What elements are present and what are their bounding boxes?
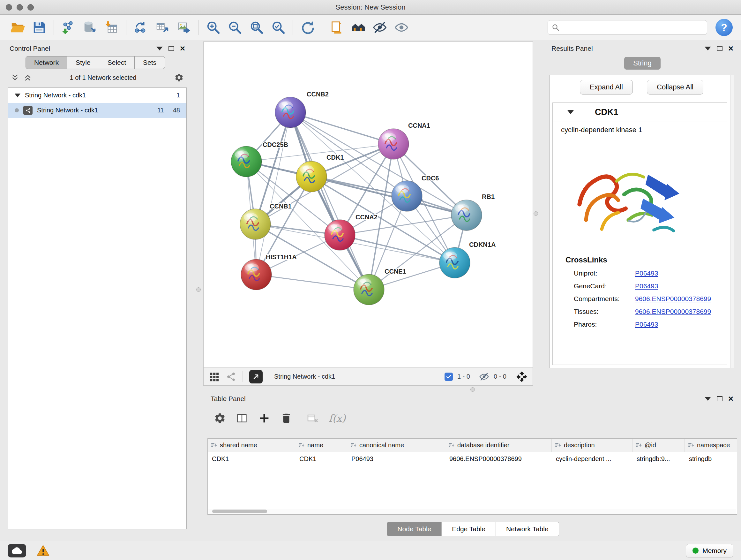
network-node-CDC25B[interactable] bbox=[231, 146, 262, 177]
network-node-CDKN1A[interactable] bbox=[440, 247, 470, 278]
hide-selected-button[interactable] bbox=[370, 17, 389, 37]
help-button[interactable]: ? bbox=[716, 19, 733, 36]
apply-layout-button[interactable] bbox=[298, 17, 317, 37]
table-cell[interactable]: stringdb bbox=[685, 452, 737, 465]
float-panel-button[interactable] bbox=[169, 46, 174, 51]
add-column-icon[interactable] bbox=[258, 412, 271, 425]
network-node-CDK1[interactable] bbox=[296, 161, 327, 192]
column-header-shared-name[interactable]: shared name bbox=[208, 439, 295, 452]
results-scrollbar[interactable] bbox=[730, 75, 734, 368]
network-node-CCNA2[interactable] bbox=[325, 220, 355, 250]
network-row[interactable]: String Network - cdk1 11 48 bbox=[8, 103, 186, 118]
function-builder-button[interactable]: f(x) bbox=[329, 413, 346, 424]
show-columns-icon[interactable] bbox=[235, 412, 248, 425]
zoom-fit-button[interactable] bbox=[247, 17, 266, 37]
close-panel-button[interactable]: × bbox=[728, 44, 733, 53]
import-network-database-button[interactable] bbox=[81, 17, 99, 37]
column-header-canonical-name[interactable]: canonical name bbox=[347, 439, 445, 452]
import-network-file-button[interactable] bbox=[59, 17, 77, 37]
network-node-RB1[interactable] bbox=[451, 200, 482, 231]
collection-expander-icon[interactable] bbox=[15, 94, 20, 98]
float-panel-button[interactable] bbox=[717, 46, 723, 51]
export-image-button[interactable] bbox=[175, 17, 193, 37]
splitter-handle[interactable] bbox=[534, 211, 538, 216]
tab-node-table[interactable]: Node Table bbox=[387, 522, 442, 536]
first-neighbors-button[interactable] bbox=[349, 17, 367, 37]
birdseye-view-icon[interactable] bbox=[226, 372, 236, 382]
tab-select[interactable]: Select bbox=[99, 56, 135, 69]
column-header-name[interactable]: name bbox=[295, 439, 347, 452]
table-cell[interactable]: CDK1 bbox=[295, 452, 347, 465]
table-cell[interactable]: CDK1 bbox=[208, 452, 295, 465]
warning-icon[interactable] bbox=[37, 544, 50, 557]
zoom-window-button[interactable] bbox=[27, 4, 34, 10]
crosslink-value-link[interactable]: 9606.ENSP00000378699 bbox=[635, 295, 711, 303]
export-view-button[interactable] bbox=[249, 370, 263, 383]
search-box[interactable] bbox=[548, 20, 707, 35]
table-cell[interactable]: cyclin-dependent ... bbox=[552, 452, 632, 465]
zoom-out-button[interactable] bbox=[226, 17, 244, 37]
network-view[interactable]: CCNB2CCNA1CDC25BCDK1CDC6RB1CCNB1CCNA2CDK… bbox=[203, 42, 533, 386]
grid-view-icon[interactable] bbox=[209, 371, 219, 382]
splitter-handle[interactable] bbox=[470, 387, 475, 392]
document-button[interactable] bbox=[327, 17, 346, 37]
network-collection-row[interactable]: String Network - cdk1 1 bbox=[8, 88, 186, 103]
table-cell[interactable]: P06493 bbox=[347, 452, 445, 465]
minimize-window-button[interactable] bbox=[17, 4, 23, 10]
show-all-button[interactable] bbox=[392, 17, 411, 37]
table-cell[interactable]: stringdb:9... bbox=[632, 452, 685, 465]
network-node-CDC6[interactable] bbox=[392, 181, 422, 211]
network-node-CCNA1[interactable] bbox=[378, 129, 409, 159]
open-session-button[interactable] bbox=[8, 17, 27, 37]
tab-network[interactable]: Network bbox=[25, 56, 67, 69]
panel-menu-icon[interactable] bbox=[156, 47, 163, 51]
column-header--id[interactable]: @id bbox=[632, 439, 685, 452]
tab-sets[interactable]: Sets bbox=[135, 56, 165, 69]
network-node-CCNE1[interactable] bbox=[354, 274, 384, 305]
collapse-all-button[interactable]: Collapse All bbox=[647, 80, 703, 95]
scrollbar-thumb[interactable] bbox=[212, 509, 267, 513]
network-canvas[interactable]: CCNB2CCNA1CDC25BCDK1CDC6RB1CCNB1CCNA2CDK… bbox=[204, 42, 533, 368]
crosslink-value-link[interactable]: P06493 bbox=[635, 269, 658, 277]
crosslink-value-link[interactable]: P06493 bbox=[635, 320, 658, 328]
tab-style[interactable]: Style bbox=[67, 56, 99, 69]
crosslink-value-link[interactable]: P06493 bbox=[635, 282, 658, 290]
selected-checkbox[interactable] bbox=[445, 373, 453, 381]
column-header-description[interactable]: description bbox=[552, 439, 632, 452]
table-cell[interactable]: 9606.ENSP00000378699 bbox=[445, 452, 552, 465]
pan-move-icon[interactable] bbox=[516, 371, 528, 382]
network-node-CCNB1[interactable] bbox=[240, 209, 271, 240]
close-panel-button[interactable]: × bbox=[180, 44, 185, 53]
expand-all-icon[interactable] bbox=[23, 73, 32, 82]
panel-menu-icon[interactable] bbox=[704, 397, 711, 401]
save-session-button[interactable] bbox=[30, 17, 49, 37]
section-collapse-icon[interactable] bbox=[567, 110, 574, 114]
splitter-handle[interactable] bbox=[196, 287, 201, 292]
float-panel-button[interactable] bbox=[717, 396, 723, 401]
network-node-HIST1H1A[interactable] bbox=[241, 259, 272, 290]
table-horizontal-scrollbar[interactable] bbox=[208, 509, 736, 514]
panel-menu-icon[interactable] bbox=[704, 47, 711, 51]
expand-all-button[interactable]: Expand All bbox=[580, 80, 633, 95]
close-panel-button[interactable]: × bbox=[728, 394, 733, 403]
gear-icon[interactable] bbox=[174, 73, 184, 82]
search-input[interactable] bbox=[562, 24, 703, 31]
tab-network-table[interactable]: Network Table bbox=[496, 522, 559, 536]
export-table-button[interactable] bbox=[153, 17, 172, 37]
collapse-all-icon[interactable] bbox=[11, 73, 19, 82]
column-header-namespace[interactable]: namespace bbox=[685, 439, 737, 452]
import-table-button[interactable] bbox=[103, 17, 121, 37]
close-window-button[interactable] bbox=[6, 4, 12, 10]
network-node-CCNB2[interactable] bbox=[275, 97, 306, 128]
delete-column-icon[interactable] bbox=[280, 412, 292, 424]
table-row[interactable]: CDK1CDK1P064939606.ENSP00000378699cyclin… bbox=[208, 452, 737, 465]
memory-button[interactable]: Memory bbox=[686, 544, 733, 557]
crosslink-value-link[interactable]: 9606.ENSP00000378699 bbox=[635, 308, 711, 315]
zoom-selected-button[interactable] bbox=[269, 17, 287, 37]
column-header-database-identifier[interactable]: database identifier bbox=[445, 439, 552, 452]
table-settings-gear-icon[interactable] bbox=[214, 412, 226, 424]
cloud-sync-button[interactable] bbox=[8, 544, 26, 557]
tab-string[interactable]: String bbox=[624, 57, 660, 70]
network-graph[interactable]: CCNB2CCNA1CDC25BCDK1CDC6RB1CCNB1CCNA2CDK… bbox=[204, 42, 533, 368]
export-network-button[interactable] bbox=[131, 17, 150, 37]
